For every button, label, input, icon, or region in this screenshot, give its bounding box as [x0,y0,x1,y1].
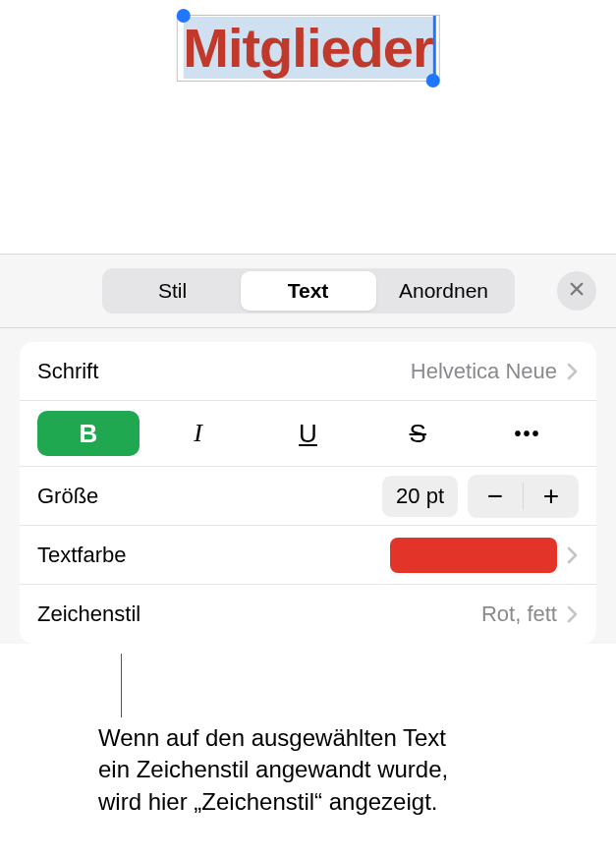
callout-leader-line [121,654,122,717]
close-icon [568,280,586,302]
size-value[interactable]: 20 pt [382,476,458,517]
size-increase-button[interactable]: + [524,475,579,518]
size-label: Größe [37,484,382,509]
charstyle-value: Rot, fett [481,601,557,627]
underline-button[interactable]: U [257,411,360,456]
bold-button[interactable]: B [37,411,140,456]
size-stepper: − + [468,475,579,518]
character-style-row[interactable]: Zeichenstil Rot, fett [20,585,596,644]
font-value: Helvetica Neue [411,359,557,384]
strikethrough-button[interactable]: S [366,411,469,456]
chevron-right-icon [567,605,579,623]
font-row[interactable]: Schrift Helvetica Neue [20,342,596,401]
canvas-area: Mitglieder [0,0,616,254]
callout-line-2: ein Zeichenstil angewandt wurde, [98,754,448,785]
selection-handle-start[interactable] [176,9,190,23]
size-row: Größe 20 pt − + [20,467,596,526]
chevron-right-icon [567,546,579,564]
panel-header: Stil Text Anordnen [0,268,616,328]
callout-line-3: wird hier „Zeichenstil“ angezeigt. [98,786,448,818]
color-swatch[interactable] [390,538,557,573]
panel-tabs: Stil Text Anordnen [102,268,515,314]
font-label: Schrift [37,359,411,384]
charstyle-label: Zeichenstil [37,601,481,627]
close-button[interactable] [557,271,596,311]
tab-text[interactable]: Text [241,271,376,311]
tab-anordnen[interactable]: Anordnen [376,271,512,311]
callout-text: Wenn auf den ausgewählten Text ein Zeich… [98,722,448,818]
callout-line-1: Wenn auf den ausgewählten Text [98,722,448,754]
color-label: Textfarbe [37,543,390,568]
format-card: Schrift Helvetica Neue B I U S ••• Größe… [20,342,596,644]
selected-text[interactable]: Mitglieder [183,17,432,79]
selected-text-box[interactable]: Mitglieder [176,15,439,82]
text-style-row: B I U S ••• [20,401,596,467]
tab-stil[interactable]: Stil [105,271,241,311]
text-cursor [433,16,436,81]
size-decrease-button[interactable]: − [468,475,523,518]
chevron-right-icon [567,363,579,380]
more-styles-button[interactable]: ••• [476,411,579,456]
italic-button[interactable]: I [147,411,250,456]
text-color-row[interactable]: Textfarbe [20,526,596,585]
format-panel: Stil Text Anordnen Schrift Helvetica Neu… [0,254,616,644]
